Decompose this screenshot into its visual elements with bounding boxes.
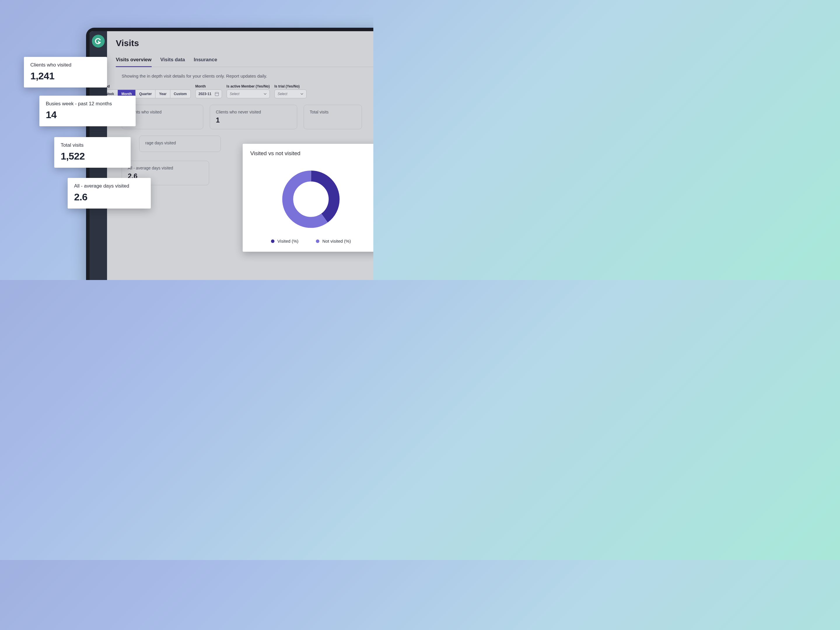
legend-dot-icon — [316, 240, 319, 243]
trial-label: Is trial (Yes/No) — [275, 84, 306, 88]
select-placeholder-2: Select — [278, 92, 287, 96]
period-quarter[interactable]: Quarter — [136, 90, 155, 98]
month-label: Month — [196, 84, 222, 88]
active-member-label: Is active Member (Yes/No) — [227, 84, 270, 88]
filter-bar: eriod Week Month Quarter Year Custom Mon… — [107, 84, 373, 98]
select-placeholder: Select — [230, 92, 240, 96]
chart-title: Visited vs not visited — [250, 150, 372, 156]
logo-g-icon — [95, 37, 102, 45]
calendar-icon — [215, 92, 219, 96]
highlight-value: 1,241 — [30, 70, 101, 82]
app-logo[interactable] — [92, 35, 105, 47]
highlight-value: 14 — [46, 109, 129, 120]
donut-chart — [250, 159, 372, 238]
highlight-card-total-visits: Total visits 1,522 — [54, 137, 131, 168]
chart-card-visited-vs-not: Visited vs not visited Visited (%) Not v… — [243, 144, 373, 252]
legend-label: Not visited (%) — [322, 238, 351, 243]
description-text: Showing the in depth visit details for y… — [122, 74, 373, 79]
legend-dot-icon — [271, 240, 275, 243]
chevron-down-icon — [264, 93, 267, 95]
metric-row-1: Clients who visited 41 Clients who never… — [122, 105, 373, 129]
highlight-card-busiest-week: Busies week - past 12 months 14 — [39, 96, 136, 126]
svg-point-3 — [287, 176, 334, 222]
period-custom[interactable]: Custom — [171, 90, 191, 98]
tab-visits-data[interactable]: Visits data — [160, 55, 185, 67]
metric-label: All - average days visited — [128, 166, 203, 171]
trial-select[interactable]: Select — [275, 90, 306, 98]
metric-label: Total visits — [310, 110, 356, 114]
page-title: Visits — [116, 38, 373, 48]
metric-label: Clients who visited — [128, 110, 197, 114]
period-year[interactable]: Year — [155, 90, 170, 98]
highlight-label: Total visits — [61, 142, 124, 148]
highlight-label: Busies week - past 12 months — [46, 101, 129, 107]
highlight-value: 1,522 — [61, 150, 124, 162]
metric-avg-days-top: rage days visited — [139, 136, 221, 152]
highlight-label: Clients who visited — [30, 62, 101, 68]
metric-total-visits: Total visits — [304, 105, 362, 129]
active-member-filter: Is active Member (Yes/No) Select — [227, 84, 270, 98]
month-filter: Month 2023-11 — [196, 84, 222, 98]
active-member-select[interactable]: Select — [227, 90, 270, 98]
metric-clients-never-visited: Clients who never visited 1 — [210, 105, 297, 129]
tab-insurance[interactable]: Insurance — [194, 55, 217, 67]
metric-label: rage days visited — [145, 141, 215, 145]
tab-visits-overview[interactable]: Visits overview — [116, 55, 152, 67]
legend-not-visited: Not visited (%) — [316, 238, 351, 243]
legend-visited: Visited (%) — [271, 238, 298, 243]
trial-filter: Is trial (Yes/No) Select — [275, 84, 306, 98]
legend-label: Visited (%) — [277, 238, 298, 243]
highlight-card-avg-days: All - average days visited 2.6 — [68, 178, 151, 208]
month-picker[interactable]: 2023-11 — [196, 90, 222, 98]
chart-legend: Visited (%) Not visited (%) — [250, 238, 372, 245]
chevron-down-icon — [300, 93, 303, 95]
month-value: 2023-11 — [199, 92, 212, 96]
tabs: Visits overview Visits data Insurance — [116, 55, 373, 67]
highlight-label: All - average days visited — [74, 183, 144, 189]
highlight-value: 2.6 — [74, 191, 144, 203]
highlight-card-clients-visited: Clients who visited 1,241 — [24, 57, 107, 87]
metric-value: 41 — [128, 116, 197, 124]
period-label: eriod — [107, 84, 191, 88]
metric-value: 1 — [216, 116, 291, 124]
metric-label: Clients who never visited — [216, 110, 291, 114]
